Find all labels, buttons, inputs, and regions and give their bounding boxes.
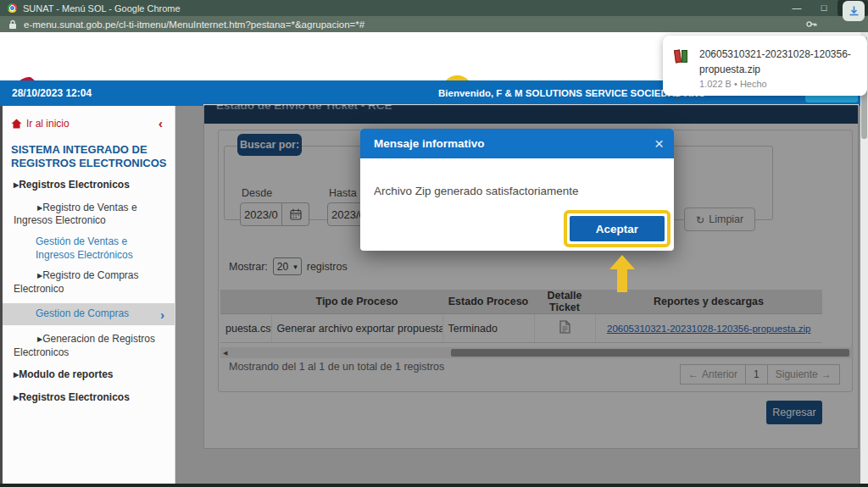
triangle-icon: ▶	[25, 204, 42, 213]
sidebar-item-label: Gestión de Ventas e Ingresos Electrónico…	[36, 235, 133, 261]
datetime-text: 28/10/2023 12:04	[12, 80, 92, 106]
sidebar-item-registro-de-ventas-e-ingresos-electronico[interactable]: ▶ Registro de Ventas e Ingresos Electron…	[3, 202, 175, 228]
browser-window: SUNAT - Menú SOL - Google Chrome — □ × e…	[0, 0, 868, 487]
annotation-arrow-stem	[617, 269, 627, 292]
modal-title: Mensaje informativo	[374, 137, 654, 150]
sidebar-item-gestion-de-compras[interactable]: Gestion de Compras›	[3, 303, 175, 325]
info-modal: Mensaje informativo × Archivo Zip genera…	[360, 129, 674, 251]
key-icon[interactable]	[805, 19, 817, 30]
triangle-icon: ▶	[14, 394, 19, 402]
collapse-sidebar-icon[interactable]: ‹	[159, 116, 163, 130]
chrome-icon	[8, 3, 17, 13]
sidebar-item-label: Registros Electronicos	[19, 391, 130, 403]
annotation-arrow-icon	[609, 255, 635, 269]
download-toolbar-button[interactable]	[843, 1, 865, 21]
window-titlebar: SUNAT - Menú SOL - Google Chrome — □ ×	[0, 0, 868, 16]
sidebar-item-modulo-de-reportes[interactable]: ▶ Modulo de reportes	[3, 368, 175, 382]
minimize-button[interactable]: —	[783, 0, 810, 16]
sidebar-item-label: Modulo de reportes	[19, 368, 113, 380]
sidebar-item-registros-electronicos[interactable]: ▶ Registros Electronicos	[3, 179, 175, 192]
download-status: 1.022 B • Hecho	[699, 79, 851, 89]
download-item[interactable]: 20605310321-20231028-120356- propuesta.z…	[675, 46, 851, 89]
window-title: SUNAT - Menú SOL - Google Chrome	[23, 3, 181, 14]
triangle-icon: ▶	[25, 272, 42, 280]
triangle-icon: ▶	[25, 335, 42, 344]
sidebar-item-registros-electronicos[interactable]: ▶ Registros Electronicos	[3, 391, 175, 405]
download-filename: 20605310321-20231028-120356- propuesta.z…	[699, 48, 851, 75]
sidebar-menu: ▶ Registros Electronicos▶ Registro de Ve…	[3, 179, 175, 404]
sidebar-system-title: SISTEMA INTEGRADO DE REGISTROS ELECTRONI…	[11, 143, 168, 169]
vertical-scrollbar[interactable]	[860, 32, 868, 484]
sidebar-item-label: Registros Electronicos	[19, 179, 130, 191]
triangle-icon: ▶	[14, 181, 19, 190]
home-label: Ir al inicio	[26, 118, 70, 130]
modal-header: Mensaje informativo ×	[360, 129, 674, 158]
sidebar-item-registro-de-compras-electronico[interactable]: ▶ Registro de Compras Electronico	[3, 269, 175, 296]
zip-file-icon	[675, 49, 689, 64]
url-text[interactable]: e-menu.sunat.gob.pe/cl-ti-itmenu/MenuInt…	[24, 19, 364, 30]
sidebar-item-label: Gestion de Compras	[36, 307, 160, 321]
chevron-right-icon: ›	[160, 308, 175, 321]
address-bar[interactable]: e-menu.sunat.gob.pe/cl-ti-itmenu/MenuInt…	[0, 16, 868, 32]
lock-icon[interactable]	[8, 19, 17, 30]
modal-close-icon[interactable]: ×	[654, 136, 664, 152]
triangle-icon: ▶	[14, 371, 19, 379]
download-icon	[848, 5, 860, 18]
sidebar: Ir al inicio ‹ SISTEMA INTEGRADO DE REGI…	[0, 106, 175, 484]
window-bottom-edge	[0, 484, 868, 487]
annotation-highlight-ring: Aceptar	[564, 210, 670, 247]
aceptar-button[interactable]: Aceptar	[570, 216, 665, 241]
sidebar-home-link[interactable]: Ir al inicio ‹	[11, 118, 164, 130]
modal-message: Archivo Zip generado satisfactoriamente	[374, 185, 579, 197]
sidebar-item-gesti-n-de-ventas-e-ingresos-electr-nicos[interactable]: Gestión de Ventas e Ingresos Electrónico…	[3, 235, 175, 262]
sidebar-item-generacion-de-registros-electronicos[interactable]: ▶ Generacion de Registros Electronicos	[3, 333, 175, 359]
download-popup: 20605310321-20231028-120356- propuesta.z…	[663, 36, 867, 96]
maximize-button[interactable]: □	[810, 0, 837, 16]
home-icon	[11, 119, 22, 129]
